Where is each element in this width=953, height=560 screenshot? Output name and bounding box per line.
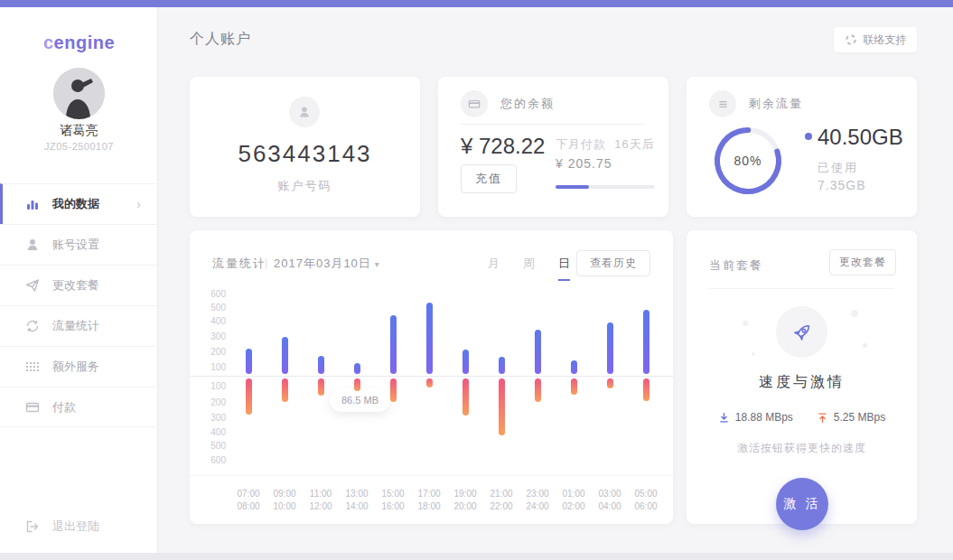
sidebar-item-account-settings[interactable]: 账号设置 [0,224,157,265]
deco-dot [752,352,755,356]
app-window: cengine 诸葛亮 JZ05-2500107 我的数据 › [0,7,953,553]
bar-up [354,363,360,374]
balance-amount: ¥ 728.22 [461,134,545,159]
sidebar-item-change-plan[interactable]: 更改套餐 [0,265,157,305]
bar-down [571,378,577,395]
next-payment-amount: ¥ 205.75 [556,156,612,171]
payment-progress-fill [556,185,589,189]
bar-down [643,378,649,401]
bar-down [390,378,397,402]
balance-card: 您的余额 ¥ 728.22 充值 下月付款 16天后 ¥ 205.75 [438,77,668,217]
divider [709,288,894,289]
sidebar-item-label: 账号设置 [52,237,99,253]
usage-donut: 80% [712,125,784,197]
user-id: JZ05-2500107 [0,141,158,152]
x-tick: 15:0016:00 [373,488,413,513]
used-label: 已使用 [818,160,858,176]
contact-support-button[interactable]: 联络支持 [834,27,917,52]
remaining-data-title: 剩余流量 [749,96,803,112]
sidebar-item-payment[interactable]: 付款 [0,387,157,427]
x-tick: 09:0010:00 [265,488,304,513]
avatar [53,68,105,119]
x-tick: 11:0012:00 [301,488,341,513]
chevron-right-icon: › [136,197,141,211]
bar-up [462,350,469,374]
logout-label: 退出登陆 [52,518,99,535]
main-content: 个人账户 联络支持 563443143 账户号码 您的余额 ¥ 728.22 充… [158,7,953,553]
rocket-icon [776,306,827,358]
y-tick: 500 [197,303,226,313]
paper-plane-icon [25,278,40,293]
usage-percent: 80% [712,125,784,197]
bar-up [318,356,324,374]
change-plan-button[interactable]: 更改套餐 [829,249,896,275]
brand-logo: cengine [0,33,158,53]
y-tick: 500 [197,441,226,451]
remaining-data-card: 剩余流量 80% 40.50GB 已使用 7.35GB [687,77,917,217]
sidebar-item-traffic-stats[interactable]: 流量统计 [0,305,157,346]
logo-first-letter: c [43,33,54,52]
life-buoy-icon [845,33,857,46]
y-tick: 400 [197,427,226,437]
y-tick: 600 [197,455,226,465]
plan-name: 速度与激情 [687,373,917,392]
traffic-chart-plot: 86.5 MB 10020030040050060010020030040050… [190,230,673,524]
grid-dots-icon [25,359,40,374]
sidebar-item-my-data[interactable]: 我的数据 › [0,183,157,224]
person-icon [289,97,320,127]
account-number: 563443143 [190,140,420,168]
wallet-card-icon [461,90,488,117]
avatar-silhouette [53,68,105,119]
bar-down [607,378,613,388]
balance-card-title: 您的余额 [500,96,555,112]
current-plan-card: 当前套餐 更改套餐 速度与激情 18.8 [687,230,917,524]
bar-down [354,378,360,391]
bottom-axis-line [190,475,673,476]
list-icon [709,90,736,117]
activate-hint: 激活按钮获得更快的速度 [687,441,917,456]
remaining-dot [805,133,812,140]
sidebar-item-label: 流量统计 [52,318,99,334]
zero-axis-line [190,376,673,377]
account-number-label: 账户号码 [190,178,420,194]
x-tick: 17:0018:00 [409,488,449,513]
bar-chart-icon [25,197,40,211]
sidebar-item-label: 我的数据 [52,196,99,212]
next-payment-label: 下月付款 16天后 [556,136,655,153]
x-tick: 13:0014:00 [337,488,377,513]
next-payment-text: 下月付款 [556,137,606,151]
x-tick: 01:0002:00 [554,488,593,513]
x-tick: 23:0024:00 [518,488,557,513]
bar-down [462,378,469,415]
bar-down [426,378,433,387]
traffic-chart-card: 流量统计 | 2017年03月10日▾ 月 周 日 查看历史 86.5 MB 1… [190,230,673,524]
refresh-icon [25,319,40,333]
logout-button[interactable]: 退出登陆 [0,518,158,535]
y-tick: 400 [197,316,226,326]
deco-dot [863,343,867,348]
y-tick: 300 [197,331,226,341]
deco-dot [851,310,858,317]
y-tick: 100 [197,381,226,391]
bar-up [390,315,397,374]
chart-tooltip: 86.5 MB [330,388,390,412]
bar-down [246,378,252,415]
bar-up [643,310,649,374]
activate-button[interactable]: 激 活 [776,478,828,530]
x-tick: 21:0022:00 [481,488,521,513]
next-payment-due: 16天后 [614,137,654,151]
logo-rest: engine [54,33,115,52]
upload-speed-value: 5.25 MBps [834,411,885,424]
y-tick: 300 [197,413,226,423]
recharge-button[interactable]: 充值 [461,164,517,193]
sidebar-item-label: 额外服务 [52,359,99,375]
top-accent-bar [0,0,953,7]
bar-up [282,337,288,374]
x-tick: 03:0004:00 [590,488,630,513]
y-tick: 200 [197,397,226,407]
account-number-card: 563443143 账户号码 [190,77,420,217]
x-tick: 19:0020:00 [445,488,485,513]
bar-down [499,378,505,435]
bar-up [499,357,505,374]
sidebar-item-extra-services[interactable]: 额外服务 [0,346,157,387]
